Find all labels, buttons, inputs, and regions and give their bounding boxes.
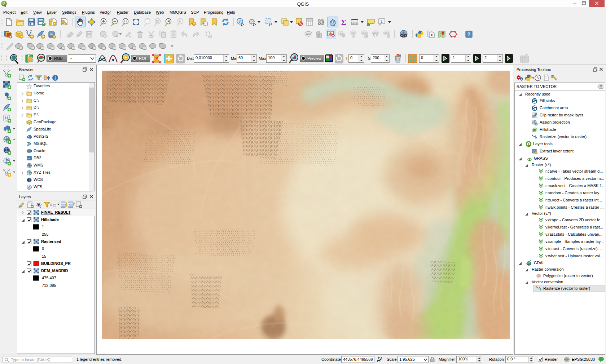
svg-text:Σ: Σ [341, 18, 346, 26]
svg-text:ab: ab [329, 32, 332, 35]
svg-text:σ: σ [111, 57, 114, 62]
svg-text:abc: abc [385, 31, 389, 35]
svg-text:X,Y: X,Y [205, 31, 211, 34]
svg-text:ε: ε [50, 202, 52, 207]
svg-text:abc: abc [306, 32, 311, 36]
svg-text:GDAL: GDAL [527, 263, 531, 265]
svg-text:abc: abc [351, 31, 356, 35]
svg-text:1:1: 1:1 [124, 20, 127, 23]
svg-text:DB2: DB2 [27, 157, 31, 160]
svg-text:abc: abc [362, 31, 367, 35]
svg-text:?: ? [467, 31, 471, 37]
svg-text:T: T [381, 19, 383, 24]
